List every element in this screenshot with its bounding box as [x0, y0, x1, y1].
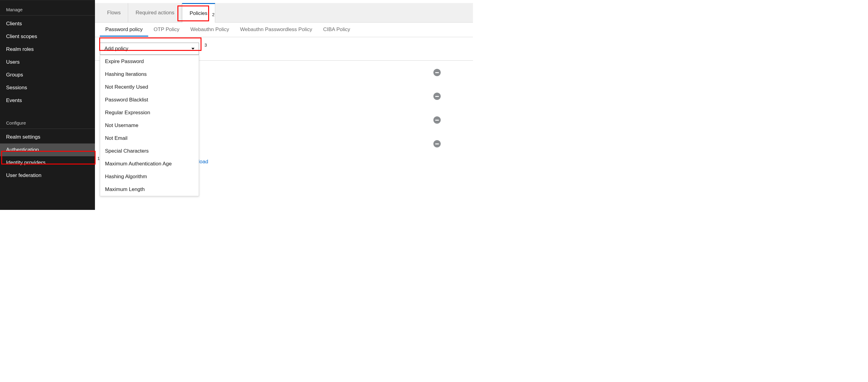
policy-option-regular-expression[interactable]: Regular Expression [100, 106, 199, 119]
policy-option-max-auth-age[interactable]: Maximum Authentication Age [100, 157, 199, 170]
policy-option-max-length[interactable]: Maximum Length [100, 183, 199, 196]
sidebar-item-client-scopes[interactable]: Client scopes [0, 30, 95, 43]
sidebar-item-events[interactable]: Events [0, 94, 95, 107]
sidebar-item-users[interactable]: Users [0, 56, 95, 68]
sidebar-item-realm-roles[interactable]: Realm roles [0, 43, 95, 56]
remove-policy-button[interactable] [433, 93, 441, 100]
policy-option-password-blacklist[interactable]: Password Blacklist [100, 93, 199, 106]
sub-tab-webauthn-policy[interactable]: Webauthn Policy [185, 23, 235, 36]
tab-required-actions[interactable]: Required actions [128, 3, 182, 22]
add-policy-area: Add policy Expire Password Hashing Itera… [95, 37, 473, 61]
sidebar-section-configure: Configure [0, 109, 95, 128]
add-policy-dropdown[interactable]: Add policy [100, 42, 199, 55]
sidebar-configure-group: Realm settings Authentication Identity p… [0, 128, 95, 184]
sub-tab-otp-policy[interactable]: OTP Policy [148, 23, 185, 36]
sidebar-item-identity-providers[interactable]: Identity providers [0, 156, 95, 169]
top-tabs: Flows Required actions Policies [95, 3, 473, 23]
add-policy-menu: Expire Password Hashing Iterations Not R… [100, 55, 199, 196]
tab-policies[interactable]: Policies [182, 3, 215, 23]
sub-tab-password-policy[interactable]: Password policy [100, 23, 148, 36]
policy-option-expire-password[interactable]: Expire Password [100, 55, 199, 68]
sidebar-item-groups[interactable]: Groups [0, 68, 95, 81]
add-policy-label: Add policy [104, 46, 128, 52]
policy-option-hashing-iterations[interactable]: Hashing Iterations [100, 68, 199, 81]
sidebar: Manage Clients Client scopes Realm roles… [0, 0, 95, 210]
sidebar-item-clients[interactable]: Clients [0, 18, 95, 30]
sub-tab-webauthn-passwordless[interactable]: Webauthn Passwordless Policy [235, 23, 318, 36]
sidebar-item-sessions[interactable]: Sessions [0, 81, 95, 94]
sidebar-item-realm-settings[interactable]: Realm settings [0, 131, 95, 144]
policy-option-not-username[interactable]: Not Username [100, 119, 199, 132]
policy-option-hashing-algorithm[interactable]: Hashing Algorithm [100, 170, 199, 183]
policy-option-not-email[interactable]: Not Email [100, 132, 199, 145]
sidebar-manage-group: Clients Client scopes Realm roles Users … [0, 15, 95, 109]
sub-tab-ciba-policy[interactable]: CIBA Policy [318, 23, 356, 36]
policy-option-not-recently-used[interactable]: Not Recently Used [100, 81, 199, 93]
chevron-down-icon [191, 48, 194, 50]
sidebar-item-authentication[interactable]: Authentication [0, 144, 95, 156]
sidebar-item-user-federation[interactable]: User federation [0, 169, 95, 182]
main-content: Flows Required actions Policies Password… [95, 0, 473, 210]
sidebar-section-manage: Manage [0, 0, 95, 15]
remove-policy-button[interactable] [433, 140, 441, 147]
tab-flows[interactable]: Flows [100, 3, 128, 22]
remove-policy-button[interactable] [433, 116, 441, 124]
sub-tabs: Password policy OTP Policy Webauthn Poli… [95, 23, 473, 37]
policy-option-special-characters[interactable]: Special Characters [100, 145, 199, 157]
remove-policy-button[interactable] [433, 69, 441, 76]
